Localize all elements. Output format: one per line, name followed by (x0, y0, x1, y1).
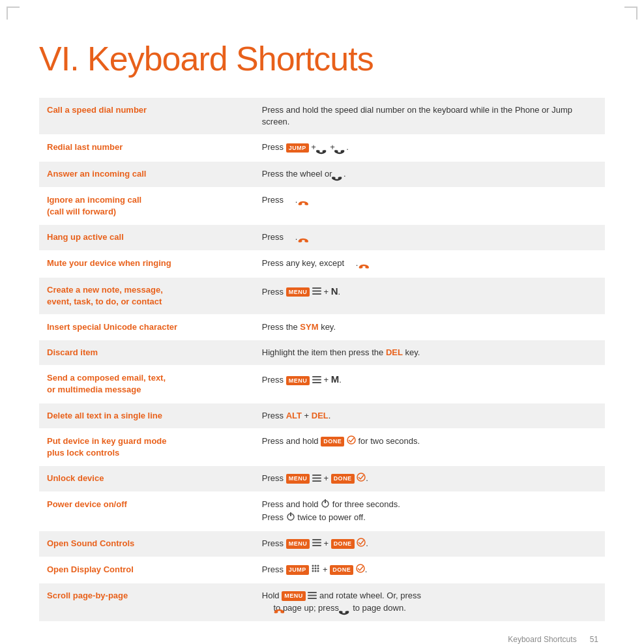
svg-rect-9 (312, 480, 321, 482)
key-badge: JUMP (286, 143, 309, 153)
svg-rect-5 (312, 382, 321, 383)
key-highlight: ALT (286, 411, 302, 420)
description-cell: Hold MENU and rotate wheel. Or, press to… (254, 583, 605, 622)
table-row: Call a speed dial numberPress and hold t… (39, 98, 605, 135)
table-row: Delete all text in a single linePress AL… (39, 403, 605, 428)
power-icon (321, 499, 330, 511)
table-row: Mute your device when ringingPress any k… (39, 251, 605, 277)
svg-rect-3 (312, 376, 321, 377)
svg-rect-1 (312, 290, 321, 291)
description-cell: Press MENU + DONE . (254, 466, 605, 492)
phone-icon (334, 168, 344, 181)
action-cell: Open Display Control (39, 557, 254, 583)
svg-rect-7 (312, 475, 321, 476)
svg-rect-30 (308, 594, 317, 596)
phone-icon (319, 141, 328, 154)
dots-icon (311, 564, 320, 576)
action-cell: Power device on/off (39, 492, 254, 531)
description-cell: Press any key, except . (254, 251, 605, 277)
description-cell: Press . (254, 225, 605, 251)
table-row: Scroll page-by-pageHold MENU and rotate … (39, 583, 605, 622)
key-badge: MENU (282, 591, 306, 601)
page: VI. Keyboard Shortcuts Call a speed dial… (0, 0, 644, 644)
key-badge: MENU (286, 287, 310, 297)
table-row: Discard itemHighlight the item then pres… (39, 340, 605, 366)
key-badge: DONE (321, 437, 344, 446)
bold-key: N (331, 285, 338, 297)
key-highlight: SYM (300, 322, 318, 332)
action-cell: Send a composed email, text,or multimedi… (39, 366, 254, 403)
svg-rect-2 (312, 293, 321, 295)
description-cell: Press the wheel or . (254, 161, 605, 187)
svg-rect-31 (308, 598, 317, 599)
svg-point-19 (312, 567, 314, 569)
phone-icon (337, 141, 346, 154)
svg-rect-16 (312, 542, 321, 544)
description-cell: Press and hold DONE for two seconds. (254, 428, 605, 465)
description-cell: Press MENU + N. (254, 277, 605, 314)
action-cell: Scroll page-by-page (39, 583, 254, 622)
key-badge: DONE (330, 565, 353, 575)
corner-mark-tr (624, 7, 637, 20)
svg-point-20 (315, 567, 317, 569)
svg-point-6 (347, 436, 355, 444)
menu-icon (312, 375, 321, 387)
footer-label: Keyboard Shortcuts (508, 635, 576, 644)
svg-rect-17 (312, 545, 321, 546)
description-cell: Press and hold the speed dial number on … (254, 98, 605, 135)
menu-icon (312, 538, 321, 549)
action-cell: Open Sound Controls (39, 531, 254, 557)
phone-end-icon (286, 231, 295, 244)
table-row: Ignore an incoming call(call will forwar… (39, 187, 605, 224)
phone-end-icon (347, 257, 356, 270)
description-cell: Press ALT + DEL. (254, 403, 605, 428)
key-badge: MENU (286, 474, 310, 484)
table-row: Unlock devicePress MENU + DONE . (39, 466, 605, 492)
action-cell: Delete all text in a single line (39, 403, 254, 428)
page-title: VI. Keyboard Shortcuts (39, 39, 605, 78)
description-cell: Press JUMP + + . (254, 135, 605, 161)
action-cell: Unlock device (39, 466, 254, 492)
action-cell: Hang up active call (39, 225, 254, 251)
description-cell: Press the SYM key. (254, 314, 605, 340)
svg-rect-4 (312, 379, 321, 380)
table-row: Put device in key guard modeplus lock co… (39, 428, 605, 465)
done-icon (357, 538, 366, 550)
svg-point-25 (312, 570, 314, 572)
table-row: Answer an incoming callPress the wheel o… (39, 161, 605, 187)
key-badge: JUMP (286, 565, 309, 575)
key-highlight: DEL (312, 411, 329, 420)
phone-end-icon (286, 194, 295, 207)
svg-rect-0 (312, 287, 321, 289)
svg-point-27 (317, 570, 319, 572)
action-cell: Ignore an incoming call(call will forwar… (39, 187, 254, 224)
table-row: Hang up active callPress . (39, 225, 605, 251)
table-row: Power device on/offPress and hold for th… (39, 492, 605, 531)
menu-icon (312, 286, 321, 298)
key-badge: MENU (286, 376, 310, 386)
table-row: Redial last numberPress JUMP + + . (39, 135, 605, 161)
svg-point-21 (317, 567, 319, 569)
svg-rect-15 (312, 539, 321, 540)
done-icon (357, 473, 366, 485)
action-cell: Mute your device when ringing (39, 251, 254, 277)
description-cell: Press . (254, 187, 605, 224)
table-row: Open Sound ControlsPress MENU + DONE . (39, 531, 605, 557)
table-row: Insert special Unicode characterPress th… (39, 314, 605, 340)
svg-point-22 (312, 564, 314, 566)
menu-icon (312, 473, 321, 485)
action-cell: Create a new note, message,event, task, … (39, 277, 254, 314)
description-cell: Press and hold for three seconds.Press t… (254, 492, 605, 531)
corner-mark-tl (7, 7, 20, 20)
key-badge: DONE (331, 474, 355, 484)
svg-point-10 (357, 473, 365, 481)
power-icon (286, 512, 295, 524)
svg-point-23 (315, 564, 317, 566)
action-cell: Insert special Unicode character (39, 314, 254, 340)
svg-rect-29 (308, 592, 317, 593)
key-highlight: DEL (386, 347, 403, 357)
key-badge: DONE (331, 539, 355, 549)
action-cell: Answer an incoming call (39, 161, 254, 187)
table-row: Create a new note, message,event, task, … (39, 277, 605, 314)
footer-page: 51 (590, 635, 598, 644)
